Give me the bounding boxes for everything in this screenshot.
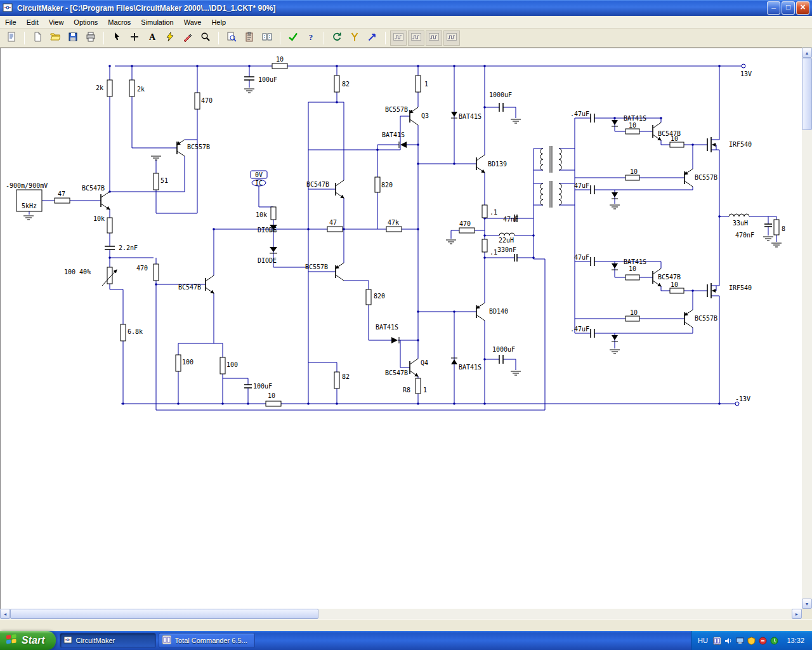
messenger-icon[interactable]	[758, 636, 767, 645]
run-button[interactable]	[364, 30, 381, 46]
minimize-button[interactable]	[767, 1, 780, 15]
scope-window-button-4[interactable]	[443, 30, 460, 46]
component-label: 2k	[137, 86, 145, 93]
component-label: BAT41S	[459, 364, 481, 371]
component-label: 10	[671, 281, 678, 288]
blue-arrow-icon	[367, 32, 377, 44]
component-label: 10	[671, 135, 678, 142]
scope-window-button-3[interactable]	[426, 30, 442, 46]
schematic-canvas[interactable]: 2k2k47010100uF821BC557BQ3BAT41S1000uFBAT…	[0, 48, 802, 609]
waveform-icon	[393, 32, 403, 44]
resistors	[55, 63, 779, 406]
zoom-tool-button[interactable]	[197, 30, 214, 46]
task-label: CircuitMaker	[75, 637, 115, 644]
new-button[interactable]	[29, 30, 46, 46]
report-icon	[6, 32, 16, 44]
task-button-circuitmaker[interactable]: CircuitMaker	[60, 633, 156, 648]
toolbar-separator	[103, 32, 104, 44]
component-label: BC547B	[306, 181, 329, 188]
scroll-right-button[interactable]: ►	[792, 609, 802, 619]
restore-button[interactable]	[782, 1, 795, 15]
task-button-total-commander-6-5[interactable]: Total Commander 6.5...	[159, 633, 255, 648]
task-label: Total Commander 6.5...	[174, 637, 247, 644]
component-label: 82	[342, 81, 350, 88]
taskbar: Start CircuitMakerTotal Commander 6.5...…	[0, 631, 812, 650]
help-button[interactable]: ?	[303, 30, 319, 46]
menu-file[interactable]: File	[0, 17, 22, 27]
titlebar: CircuitMaker - [C:\Program Files\Circuit…	[0, 0, 812, 16]
total-commander-tray-icon[interactable]	[712, 636, 721, 645]
component-label: BC557B	[187, 143, 210, 150]
svg-text:A: A	[149, 32, 156, 42]
report-button[interactable]	[3, 30, 20, 46]
component-label: BAT41S	[459, 113, 481, 120]
waveform-icon	[411, 32, 421, 44]
split-view-button[interactable]	[259, 30, 275, 46]
component-label: 47uF	[574, 254, 589, 261]
toolbar: A?	[0, 29, 812, 48]
menu-view[interactable]: View	[44, 17, 69, 27]
component-label: 82	[342, 373, 350, 380]
update-icon[interactable]	[769, 636, 778, 645]
scroll-left-button[interactable]: ◄	[0, 609, 10, 619]
scope-window-button-1[interactable]	[390, 30, 407, 46]
scrollbar-corner	[802, 609, 812, 619]
menu-help[interactable]: Help	[206, 17, 231, 27]
coils-and-transformers	[22, 146, 749, 235]
reset-button[interactable]	[329, 30, 345, 46]
component-label: 0V	[255, 171, 263, 178]
component-label: BC547B	[658, 274, 681, 281]
svg-text:?: ?	[309, 32, 313, 42]
component-label: DIODE	[258, 257, 277, 264]
vertical-scrollbar[interactable]: ▲ ▼	[802, 48, 812, 609]
menu-macros[interactable]: Macros	[103, 17, 136, 27]
place-part-button[interactable]	[126, 30, 143, 46]
menubar: FileEditViewOptionsMacrosSimulationWaveH…	[0, 16, 812, 29]
wire-tool-button[interactable]	[162, 30, 178, 46]
menu-edit[interactable]: Edit	[22, 17, 44, 27]
component-label: 47	[58, 190, 65, 197]
text-tool-button[interactable]: A	[144, 30, 160, 46]
component-label: 470	[201, 97, 213, 104]
start-label: Start	[22, 635, 44, 646]
start-button[interactable]: Start	[0, 631, 56, 650]
vertical-scroll-thumb[interactable]	[802, 58, 812, 130]
save-button[interactable]	[65, 30, 81, 46]
select-tool-button[interactable]	[108, 30, 125, 46]
toolbar-separator	[280, 32, 280, 44]
close-button[interactable]	[796, 1, 809, 15]
component-label: 470	[459, 220, 471, 227]
display-settings-icon[interactable]	[735, 636, 744, 645]
component-label: R8	[403, 387, 410, 394]
schematic-drawing: 2k2k47010100uF821BC557BQ3BAT41S1000uFBAT…	[1, 48, 802, 609]
horizontal-scroll-thumb[interactable]	[10, 609, 318, 619]
simulation-mode-button[interactable]	[285, 30, 301, 46]
search-button[interactable]	[223, 30, 240, 46]
delete-tool-button[interactable]	[180, 30, 196, 46]
antivirus-icon[interactable]	[747, 636, 756, 645]
menu-options[interactable]: Options	[69, 17, 103, 27]
component-label: 2.2nF	[119, 244, 138, 251]
scroll-down-button[interactable]: ▼	[802, 599, 812, 609]
bill-of-materials-button[interactable]	[241, 30, 258, 46]
language-indicator[interactable]: HU	[698, 637, 708, 644]
scroll-up-button[interactable]: ▲	[802, 48, 812, 58]
save-disk-icon	[68, 32, 78, 44]
open-button[interactable]	[47, 30, 63, 46]
horizontal-scrollbar[interactable]: ◄ ►	[0, 609, 802, 619]
scope-window-button-2[interactable]	[408, 30, 424, 46]
menu-simulation[interactable]: Simulation	[136, 17, 178, 27]
circuitmaker-icon	[63, 635, 72, 646]
menu-wave[interactable]: Wave	[179, 17, 207, 27]
component-label: 100	[182, 359, 193, 366]
component-label: .47uF	[570, 110, 589, 117]
text-a-icon: A	[147, 32, 157, 44]
volume-icon[interactable]	[724, 636, 733, 645]
window-title: CircuitMaker - [C:\Program Files\Circuit…	[17, 4, 767, 13]
probe-button[interactable]	[346, 30, 363, 46]
component-label: 100	[226, 361, 238, 368]
waveform-icon	[447, 32, 457, 44]
component-label: BC557B	[695, 174, 717, 181]
component-label: BAT41S	[624, 258, 646, 265]
print-button[interactable]	[82, 30, 99, 46]
